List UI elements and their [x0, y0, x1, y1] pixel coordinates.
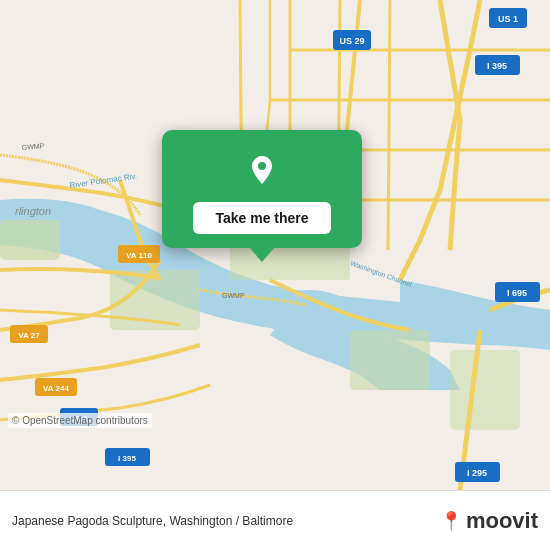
location-pin-icon — [240, 148, 284, 192]
svg-text:I 395: I 395 — [487, 61, 507, 71]
svg-rect-2 — [0, 220, 60, 260]
svg-text:rlington: rlington — [15, 205, 51, 217]
svg-text:US 29: US 29 — [339, 36, 364, 46]
svg-point-33 — [258, 162, 266, 170]
svg-text:VA 244: VA 244 — [43, 384, 69, 393]
map-area: US 1 US 29 I 395 I 695 I 295 VA 110 VA 2… — [0, 0, 550, 490]
svg-text:VA 27: VA 27 — [18, 331, 40, 340]
svg-text:I 295: I 295 — [467, 468, 487, 478]
moovit-logo: 📍 moovit — [440, 508, 538, 534]
location-label: Japanese Pagoda Sculpture, Washington / … — [12, 514, 440, 528]
footer: Japanese Pagoda Sculpture, Washington / … — [0, 490, 550, 550]
moovit-logo-text: moovit — [466, 508, 538, 534]
svg-rect-6 — [450, 350, 520, 430]
svg-text:I 695: I 695 — [507, 288, 527, 298]
svg-text:US 1: US 1 — [498, 14, 518, 24]
popup-card: Take me there — [162, 130, 362, 248]
location-pin-small-icon: 📍 — [440, 510, 462, 532]
svg-text:VA 110: VA 110 — [126, 251, 152, 260]
svg-text:I 395: I 395 — [118, 454, 136, 463]
svg-text:GWMP: GWMP — [222, 292, 245, 299]
svg-rect-5 — [350, 330, 430, 390]
osm-credit: © OpenStreetMap contributors — [8, 413, 152, 428]
take-me-there-button[interactable]: Take me there — [193, 202, 330, 234]
